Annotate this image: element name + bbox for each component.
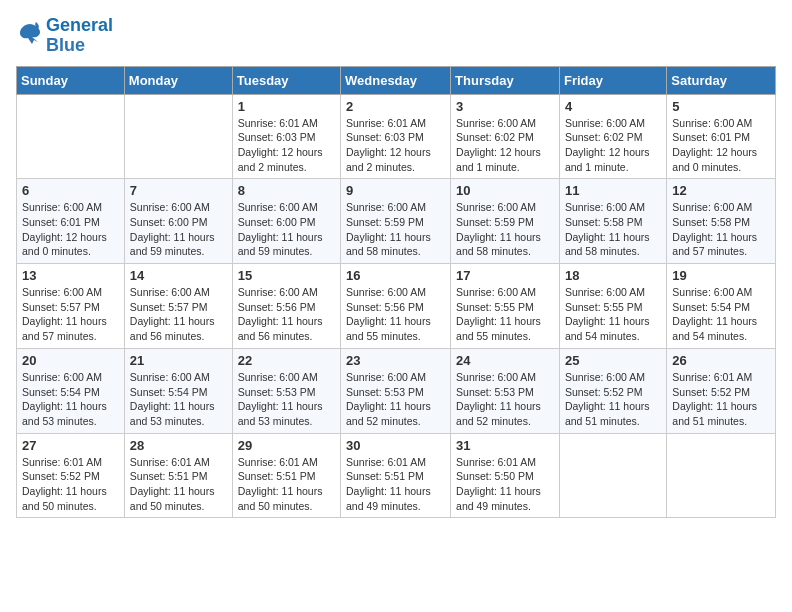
day-number: 22: [238, 353, 335, 368]
day-info: Sunrise: 6:00 AM Sunset: 6:02 PM Dayligh…: [565, 116, 661, 175]
day-number: 20: [22, 353, 119, 368]
day-number: 27: [22, 438, 119, 453]
day-info: Sunrise: 6:00 AM Sunset: 5:56 PM Dayligh…: [238, 285, 335, 344]
day-number: 30: [346, 438, 445, 453]
page-header: General Blue: [16, 16, 776, 56]
calendar-cell: 8Sunrise: 6:00 AM Sunset: 6:00 PM Daylig…: [232, 179, 340, 264]
calendar-cell: 11Sunrise: 6:00 AM Sunset: 5:58 PM Dayli…: [559, 179, 666, 264]
column-header-thursday: Thursday: [451, 66, 560, 94]
day-info: Sunrise: 6:01 AM Sunset: 5:51 PM Dayligh…: [238, 455, 335, 514]
day-number: 18: [565, 268, 661, 283]
column-header-tuesday: Tuesday: [232, 66, 340, 94]
calendar-body: 1Sunrise: 6:01 AM Sunset: 6:03 PM Daylig…: [17, 94, 776, 518]
calendar-week-2: 6Sunrise: 6:00 AM Sunset: 6:01 PM Daylig…: [17, 179, 776, 264]
calendar-table: SundayMondayTuesdayWednesdayThursdayFrid…: [16, 66, 776, 519]
calendar-cell: 13Sunrise: 6:00 AM Sunset: 5:57 PM Dayli…: [17, 264, 125, 349]
calendar-cell: 29Sunrise: 6:01 AM Sunset: 5:51 PM Dayli…: [232, 433, 340, 518]
calendar-cell: 20Sunrise: 6:00 AM Sunset: 5:54 PM Dayli…: [17, 348, 125, 433]
column-header-saturday: Saturday: [667, 66, 776, 94]
calendar-cell: 9Sunrise: 6:00 AM Sunset: 5:59 PM Daylig…: [341, 179, 451, 264]
day-number: 9: [346, 183, 445, 198]
day-info: Sunrise: 6:00 AM Sunset: 5:56 PM Dayligh…: [346, 285, 445, 344]
calendar-cell: 7Sunrise: 6:00 AM Sunset: 6:00 PM Daylig…: [124, 179, 232, 264]
column-header-sunday: Sunday: [17, 66, 125, 94]
day-info: Sunrise: 6:01 AM Sunset: 5:50 PM Dayligh…: [456, 455, 554, 514]
calendar-cell: 30Sunrise: 6:01 AM Sunset: 5:51 PM Dayli…: [341, 433, 451, 518]
day-info: Sunrise: 6:00 AM Sunset: 5:53 PM Dayligh…: [456, 370, 554, 429]
calendar-cell: 23Sunrise: 6:00 AM Sunset: 5:53 PM Dayli…: [341, 348, 451, 433]
day-number: 1: [238, 99, 335, 114]
day-info: Sunrise: 6:00 AM Sunset: 5:57 PM Dayligh…: [130, 285, 227, 344]
day-number: 12: [672, 183, 770, 198]
day-number: 23: [346, 353, 445, 368]
day-info: Sunrise: 6:00 AM Sunset: 6:01 PM Dayligh…: [672, 116, 770, 175]
day-info: Sunrise: 6:00 AM Sunset: 5:55 PM Dayligh…: [565, 285, 661, 344]
day-number: 16: [346, 268, 445, 283]
day-info: Sunrise: 6:01 AM Sunset: 5:52 PM Dayligh…: [22, 455, 119, 514]
day-number: 11: [565, 183, 661, 198]
day-info: Sunrise: 6:01 AM Sunset: 6:03 PM Dayligh…: [238, 116, 335, 175]
calendar-cell: [124, 94, 232, 179]
calendar-cell: 24Sunrise: 6:00 AM Sunset: 5:53 PM Dayli…: [451, 348, 560, 433]
calendar-cell: 21Sunrise: 6:00 AM Sunset: 5:54 PM Dayli…: [124, 348, 232, 433]
logo-text: General Blue: [46, 16, 113, 56]
day-number: 13: [22, 268, 119, 283]
calendar-week-5: 27Sunrise: 6:01 AM Sunset: 5:52 PM Dayli…: [17, 433, 776, 518]
calendar-cell: 5Sunrise: 6:00 AM Sunset: 6:01 PM Daylig…: [667, 94, 776, 179]
day-number: 5: [672, 99, 770, 114]
calendar-cell: 4Sunrise: 6:00 AM Sunset: 6:02 PM Daylig…: [559, 94, 666, 179]
day-number: 24: [456, 353, 554, 368]
day-number: 17: [456, 268, 554, 283]
calendar-cell: 22Sunrise: 6:00 AM Sunset: 5:53 PM Dayli…: [232, 348, 340, 433]
day-info: Sunrise: 6:00 AM Sunset: 6:00 PM Dayligh…: [130, 200, 227, 259]
calendar-cell: 2Sunrise: 6:01 AM Sunset: 6:03 PM Daylig…: [341, 94, 451, 179]
day-info: Sunrise: 6:00 AM Sunset: 6:01 PM Dayligh…: [22, 200, 119, 259]
day-info: Sunrise: 6:00 AM Sunset: 6:00 PM Dayligh…: [238, 200, 335, 259]
day-info: Sunrise: 6:00 AM Sunset: 5:53 PM Dayligh…: [346, 370, 445, 429]
day-number: 6: [22, 183, 119, 198]
day-info: Sunrise: 6:00 AM Sunset: 5:54 PM Dayligh…: [672, 285, 770, 344]
day-info: Sunrise: 6:01 AM Sunset: 5:51 PM Dayligh…: [346, 455, 445, 514]
calendar-cell: 26Sunrise: 6:01 AM Sunset: 5:52 PM Dayli…: [667, 348, 776, 433]
day-number: 3: [456, 99, 554, 114]
day-info: Sunrise: 6:00 AM Sunset: 5:55 PM Dayligh…: [456, 285, 554, 344]
day-info: Sunrise: 6:00 AM Sunset: 5:52 PM Dayligh…: [565, 370, 661, 429]
calendar-cell: 16Sunrise: 6:00 AM Sunset: 5:56 PM Dayli…: [341, 264, 451, 349]
calendar-cell: [667, 433, 776, 518]
day-info: Sunrise: 6:01 AM Sunset: 6:03 PM Dayligh…: [346, 116, 445, 175]
day-number: 19: [672, 268, 770, 283]
calendar-cell: 15Sunrise: 6:00 AM Sunset: 5:56 PM Dayli…: [232, 264, 340, 349]
logo: General Blue: [16, 16, 113, 56]
calendar-cell: [17, 94, 125, 179]
column-header-friday: Friday: [559, 66, 666, 94]
calendar-cell: 19Sunrise: 6:00 AM Sunset: 5:54 PM Dayli…: [667, 264, 776, 349]
day-info: Sunrise: 6:00 AM Sunset: 5:54 PM Dayligh…: [130, 370, 227, 429]
column-header-wednesday: Wednesday: [341, 66, 451, 94]
calendar-cell: 18Sunrise: 6:00 AM Sunset: 5:55 PM Dayli…: [559, 264, 666, 349]
day-number: 21: [130, 353, 227, 368]
calendar-header-row: SundayMondayTuesdayWednesdayThursdayFrid…: [17, 66, 776, 94]
day-info: Sunrise: 6:00 AM Sunset: 5:59 PM Dayligh…: [346, 200, 445, 259]
day-number: 4: [565, 99, 661, 114]
calendar-cell: 1Sunrise: 6:01 AM Sunset: 6:03 PM Daylig…: [232, 94, 340, 179]
calendar-week-4: 20Sunrise: 6:00 AM Sunset: 5:54 PM Dayli…: [17, 348, 776, 433]
calendar-cell: 10Sunrise: 6:00 AM Sunset: 5:59 PM Dayli…: [451, 179, 560, 264]
calendar-cell: 12Sunrise: 6:00 AM Sunset: 5:58 PM Dayli…: [667, 179, 776, 264]
calendar-week-3: 13Sunrise: 6:00 AM Sunset: 5:57 PM Dayli…: [17, 264, 776, 349]
day-number: 28: [130, 438, 227, 453]
day-info: Sunrise: 6:00 AM Sunset: 5:58 PM Dayligh…: [565, 200, 661, 259]
calendar-cell: [559, 433, 666, 518]
calendar-cell: 31Sunrise: 6:01 AM Sunset: 5:50 PM Dayli…: [451, 433, 560, 518]
calendar-cell: 6Sunrise: 6:00 AM Sunset: 6:01 PM Daylig…: [17, 179, 125, 264]
day-number: 14: [130, 268, 227, 283]
calendar-cell: 27Sunrise: 6:01 AM Sunset: 5:52 PM Dayli…: [17, 433, 125, 518]
day-info: Sunrise: 6:00 AM Sunset: 5:59 PM Dayligh…: [456, 200, 554, 259]
day-info: Sunrise: 6:00 AM Sunset: 5:53 PM Dayligh…: [238, 370, 335, 429]
day-info: Sunrise: 6:01 AM Sunset: 5:51 PM Dayligh…: [130, 455, 227, 514]
day-info: Sunrise: 6:00 AM Sunset: 6:02 PM Dayligh…: [456, 116, 554, 175]
calendar-cell: 28Sunrise: 6:01 AM Sunset: 5:51 PM Dayli…: [124, 433, 232, 518]
day-number: 2: [346, 99, 445, 114]
day-info: Sunrise: 6:01 AM Sunset: 5:52 PM Dayligh…: [672, 370, 770, 429]
day-info: Sunrise: 6:00 AM Sunset: 5:58 PM Dayligh…: [672, 200, 770, 259]
column-header-monday: Monday: [124, 66, 232, 94]
